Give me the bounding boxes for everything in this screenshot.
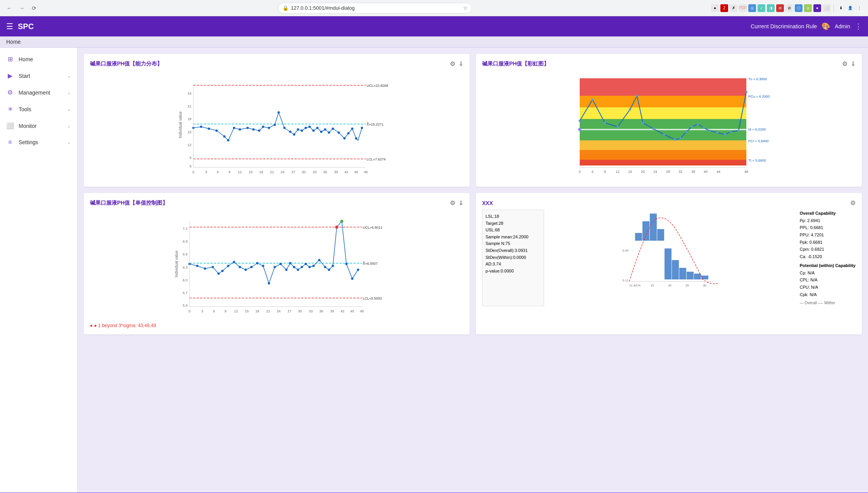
svg-point-75 (673, 138, 676, 141)
svg-point-14 (246, 127, 249, 129)
sidebar-label-tools: Tools (19, 106, 62, 112)
svg-text:11.8274: 11.8274 (629, 284, 641, 287)
svg-text:24: 24 (188, 91, 191, 95)
ext-2[interactable]: 2 (720, 4, 728, 12)
svg-text:9: 9 (189, 156, 191, 160)
svg-text:36: 36 (323, 170, 327, 174)
hamburger-icon[interactable]: ☰ (6, 22, 13, 31)
svg-text:15: 15 (249, 170, 253, 174)
svg-rect-165 (672, 260, 679, 279)
svg-point-34 (338, 131, 340, 134)
sidebar-item-home[interactable]: ⊞ Home (0, 51, 77, 67)
chart2-m-label: M = 6.0200 (748, 128, 766, 131)
chart1-download-icon[interactable]: ⇓ (458, 60, 463, 67)
svg-point-32 (328, 131, 330, 134)
chevron-down-icon-5: ⌄ (67, 140, 71, 145)
sidebar-item-settings[interactable]: ≡ Settings ⌄ (0, 134, 77, 150)
chart-xxx: XXX ⚙ LSL:18 Target:28 USL:68 Sample mea… (476, 193, 862, 334)
ext-9[interactable]: ⊘ (785, 4, 793, 12)
download-icon[interactable]: ⬇ (837, 4, 845, 12)
ext-12[interactable]: ● (813, 4, 821, 12)
chart-control: 碱果口服液PH值【单值控制图】 ⚙ ⇓ Individual value UCL… (84, 193, 470, 334)
header-menu-icon[interactable]: ⋮ (855, 22, 862, 31)
ext-5[interactable]: ◎ (748, 4, 756, 12)
chart1-lcl-label: LCL=7.6274 (367, 157, 386, 161)
svg-text:27: 27 (291, 170, 295, 174)
svg-text:36: 36 (319, 309, 323, 313)
svg-text:0: 0 (192, 170, 194, 174)
svg-text:6.9: 6.9 (183, 240, 188, 243)
svg-point-25 (301, 129, 303, 132)
chart3-green-point (340, 220, 343, 223)
svg-text:21: 21 (188, 104, 191, 108)
ext-11[interactable]: ◎ (804, 4, 812, 12)
back-button[interactable]: ← (5, 3, 14, 13)
chart3-download-icon[interactable]: ⇓ (458, 199, 463, 207)
chevron-down-icon: ⌄ (67, 73, 71, 79)
ext-1[interactable]: ● (711, 4, 719, 12)
svg-point-116 (227, 265, 229, 267)
chart2-download-icon[interactable]: ⇓ (851, 60, 856, 67)
chart2-ti-label: TI = 5.6600 (748, 159, 766, 162)
ext-10[interactable]: ⬡ (795, 4, 803, 12)
palette-icon[interactable]: 🎨 (822, 22, 830, 31)
svg-point-131 (305, 263, 307, 265)
breadcrumb-text: Home (6, 39, 21, 45)
chart2-title: 碱果口服液PH值【彩虹图】 (482, 60, 549, 67)
svg-point-132 (308, 266, 311, 268)
svg-text:24: 24 (281, 170, 284, 174)
charts-grid: 碱果口服液PH值【能力分布】 ⚙ ⇓ Individual value UCL=… (84, 54, 862, 334)
ext-6[interactable]: ✓ (758, 4, 765, 12)
svg-text:24: 24 (277, 309, 281, 313)
ext-13[interactable]: ⬜ (823, 4, 830, 12)
reload-button[interactable]: ⟳ (29, 3, 39, 13)
chart2-settings-icon[interactable]: ⚙ (842, 60, 847, 67)
separator (834, 4, 834, 12)
sidebar-item-start[interactable]: ▶ Start ⌄ (0, 67, 77, 84)
svg-point-134 (318, 259, 320, 261)
svg-point-126 (285, 269, 288, 271)
url-bar[interactable]: 🔒 127.0.0.1:5001/#mdui-dialog ☆ (278, 3, 472, 14)
sidebar-item-tools[interactable]: ✳ Tools ⌄ (0, 101, 77, 117)
chart2-svg: Tu = 6.3800 PCu = 6.2000 M = 6.0200 PCI … (482, 71, 856, 179)
stat-cpu: CPU: N/A (800, 284, 856, 291)
chart3-icons: ⚙ ⇓ (450, 199, 463, 207)
svg-point-130 (301, 266, 303, 268)
svg-point-69 (617, 126, 619, 128)
sidebar-item-monitor[interactable]: ⬜ Monitor ⌄ (0, 117, 77, 134)
stat-pp: Pp: 2.6941 (800, 217, 856, 224)
ext-7[interactable]: ◑ (767, 4, 775, 12)
chart4-content: LSL:18 Target:28 USL:68 Sample mean:24.2… (482, 210, 856, 306)
svg-text:12: 12 (616, 170, 620, 174)
svg-point-86 (745, 91, 747, 93)
stat-cpm: Cpm: 0.6821 (800, 246, 856, 253)
breadcrumb: Home (0, 36, 868, 48)
svg-point-24 (297, 128, 299, 131)
ext-3[interactable]: ✗ (730, 4, 737, 12)
svg-text:6.6: 6.6 (183, 252, 188, 256)
svg-point-115 (221, 270, 224, 272)
chart3-area: Individual value UCL=6.6011 X̄=6.0507 LC… (90, 210, 463, 320)
ext-8[interactable]: ⊘ (776, 4, 784, 12)
svg-text:20: 20 (668, 284, 672, 287)
ext-4[interactable]: PDF (739, 4, 747, 12)
svg-text:33: 33 (309, 309, 313, 313)
forward-button[interactable]: → (17, 3, 26, 13)
svg-text:15: 15 (245, 309, 249, 313)
svg-point-8 (208, 128, 210, 130)
chart1-settings-icon[interactable]: ⚙ (450, 60, 455, 67)
stat-ppk: Ppk: 0.6681 (800, 239, 856, 246)
svg-rect-167 (687, 272, 694, 279)
profile-icon[interactable]: 👤 (846, 4, 854, 12)
svg-rect-164 (665, 248, 672, 279)
chart4-settings-icon[interactable]: ⚙ (850, 199, 856, 207)
sidebar-item-management[interactable]: ⚙ Management ⌄ (0, 84, 77, 101)
chart3-settings-icon[interactable]: ⚙ (450, 199, 455, 207)
svg-point-114 (217, 272, 220, 275)
svg-point-78 (691, 126, 693, 128)
menu-dots-icon[interactable]: ⋮ (856, 4, 863, 12)
svg-point-128 (293, 266, 295, 268)
alert-text: ● 1 beyond 3*sigma: 43,48,49 (94, 323, 156, 328)
svg-text:18: 18 (188, 117, 191, 121)
star-icon[interactable]: ☆ (463, 5, 468, 11)
